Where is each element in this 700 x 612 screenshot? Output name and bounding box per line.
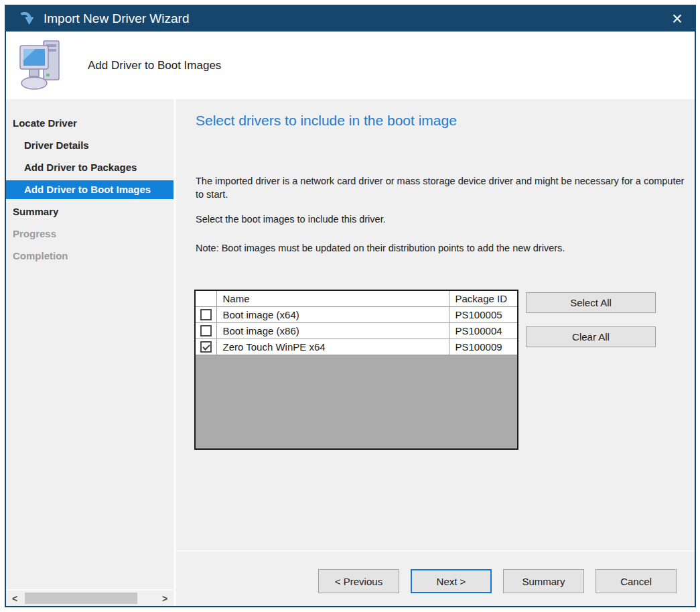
checkbox-column-header (196, 291, 216, 307)
footer: < Previous Next > Summary Cancel (176, 550, 695, 606)
package-id: PS100004 (449, 323, 517, 339)
note-text: Note: Boot images must be updated on the… (196, 241, 691, 255)
clear-all-button[interactable]: Clear All (526, 326, 656, 347)
name-column-header[interactable]: Name (216, 291, 449, 307)
boot-image-name: Boot image (x86) (216, 323, 449, 339)
content-area: Select drivers to include in the boot im… (176, 99, 695, 606)
computer-icon (19, 39, 62, 93)
wizard-header: Add Driver to Boot Images (6, 32, 695, 99)
sidebar-item-driver-details[interactable]: Driver Details (6, 136, 173, 155)
wizard-window: Import New Driver Wizard × Add Driver to… (5, 5, 696, 607)
summary-button[interactable]: Summary (503, 569, 584, 593)
sidebar-horizontal-scrollbar[interactable]: < > (6, 589, 173, 606)
scroll-left-icon[interactable]: < (8, 593, 21, 604)
previous-button[interactable]: < Previous (318, 569, 399, 593)
wizard-page-title: Add Driver to Boot Images (88, 59, 221, 72)
close-button[interactable]: × (660, 6, 695, 32)
boot-images-table: Name Package ID Boot image (x64) PS10000… (194, 290, 518, 450)
select-all-button[interactable]: Select All (526, 292, 656, 313)
package-id: PS100009 (449, 339, 517, 355)
sidebar-item-summary[interactable]: Summary (6, 202, 173, 221)
table-row[interactable]: Boot image (x86) PS100004 (196, 323, 517, 339)
sidebar-item-add-driver-to-boot-images[interactable]: Add Driver to Boot Images (6, 180, 173, 199)
table-row[interactable]: Zero Touch WinPE x64 PS100009 (196, 339, 517, 355)
sidebar-item-add-driver-to-packages[interactable]: Add Driver to Packages (6, 158, 173, 177)
footer-button-row: < Previous Next > Summary Cancel (318, 569, 677, 593)
main-area: Locate Driver Driver Details Add Driver … (6, 99, 695, 606)
row-checkbox[interactable] (200, 325, 212, 336)
row-checkbox[interactable] (200, 341, 212, 353)
select-text: Select the boot images to include this d… (196, 212, 691, 226)
boot-image-name: Boot image (x64) (216, 307, 449, 323)
table-row[interactable]: Boot image (x64) PS100005 (196, 307, 517, 323)
boot-image-name: Zero Touch WinPE x64 (216, 339, 449, 355)
package-id: PS100005 (449, 307, 517, 323)
wizard-steps-sidebar: Locate Driver Driver Details Add Driver … (6, 99, 173, 606)
close-icon: × (672, 9, 683, 29)
table-header-row: Name Package ID (196, 291, 517, 307)
scrollbar-thumb[interactable] (25, 593, 137, 604)
sidebar-item-completion: Completion (6, 247, 173, 265)
intro-text: The imported driver is a network card dr… (196, 174, 691, 201)
sidebar-item-locate-driver[interactable]: Locate Driver (6, 114, 173, 133)
cancel-button[interactable]: Cancel (596, 569, 677, 593)
titlebar[interactable]: Import New Driver Wizard × (6, 6, 695, 32)
next-button[interactable]: Next > (411, 569, 492, 593)
sidebar-item-progress: Progress (6, 225, 173, 243)
row-checkbox[interactable] (200, 309, 212, 320)
scroll-right-icon[interactable]: > (158, 593, 171, 604)
window-title: Import New Driver Wizard (44, 11, 660, 26)
package-id-column-header[interactable]: Package ID (449, 291, 517, 307)
page-heading: Select drivers to include in the boot im… (196, 113, 457, 129)
wizard-arrow-icon (18, 10, 36, 27)
